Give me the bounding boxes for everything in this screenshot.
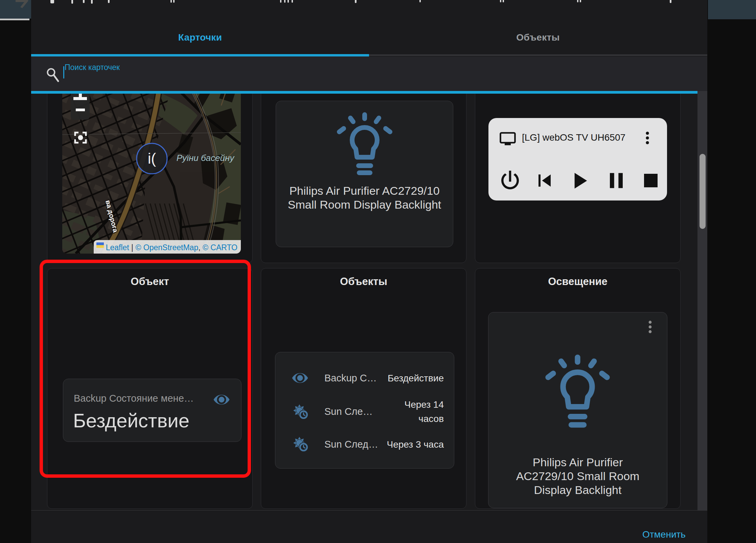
svg-text:i(: i( xyxy=(148,150,156,167)
svg-text:Руїни басейну: Руїни басейну xyxy=(177,153,235,163)
svg-text:Leaflet | © OpenStreetMap, © C: Leaflet | © OpenStreetMap, © CARTO xyxy=(106,243,237,252)
